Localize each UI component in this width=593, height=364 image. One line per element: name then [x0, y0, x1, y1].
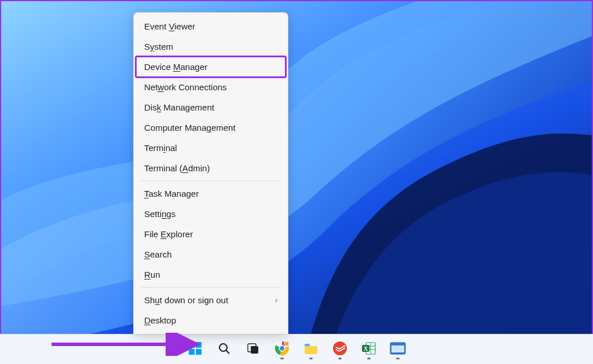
menu-search[interactable]: Search [136, 244, 285, 264]
menu-item-label: Terminal [144, 143, 177, 153]
svg-rect-14 [305, 344, 310, 346]
svg-point-13 [285, 342, 288, 345]
menu-terminal[interactable]: Terminal [136, 138, 285, 158]
menu-event-viewer[interactable]: Event Viewer [136, 16, 285, 36]
menu-device-manager[interactable]: Device Manager [136, 57, 285, 77]
menu-system[interactable]: System [136, 36, 285, 57]
excel-app[interactable]: X [357, 338, 380, 361]
menu-item-label: Computer Management [144, 123, 236, 133]
svg-rect-8 [251, 346, 258, 354]
menu-desktop[interactable]: Desktop [136, 310, 285, 330]
menu-item-label: Run [144, 270, 160, 280]
svg-text:X: X [364, 345, 368, 352]
excel-icon: X [361, 341, 376, 358]
start-button[interactable] [184, 338, 207, 361]
menu-item-label: Task Manager [144, 189, 199, 198]
menu-separator [141, 181, 281, 181]
svg-point-5 [219, 344, 227, 351]
menu-item-label: Desktop [144, 315, 176, 325]
explorer-icon [303, 341, 319, 358]
svg-rect-2 [196, 342, 202, 348]
menu-item-label: Search [144, 249, 172, 259]
menu-item-label: Event Viewer [144, 21, 195, 31]
menu-run[interactable]: Run [136, 264, 285, 285]
menu-item-label: File Explorer [144, 229, 193, 239]
menu-separator [141, 287, 281, 288]
menu-item-label: Network Connections [144, 82, 227, 92]
file-explorer-app[interactable] [299, 338, 323, 361]
taskbar: X [0, 334, 593, 364]
menu-item-label: Shut down or sign out [144, 295, 228, 305]
svg-rect-3 [189, 349, 195, 355]
run-dialog-app[interactable] [386, 338, 409, 361]
menu-item-label: Device Manager [144, 62, 207, 72]
menu-network-connections[interactable]: Network Connections [136, 77, 285, 97]
search-icon [217, 341, 231, 358]
menu-item-label: Settings [144, 209, 175, 219]
run-icon [390, 342, 406, 357]
todoist-icon [332, 341, 347, 358]
task-view-button[interactable] [241, 338, 265, 361]
svg-rect-4 [196, 349, 202, 355]
desktop-wallpaper [0, 0, 593, 364]
chevron-right-icon: › [275, 296, 277, 304]
menu-computer-management[interactable]: Computer Management [136, 117, 285, 138]
svg-line-6 [226, 350, 230, 354]
svg-point-11 [280, 346, 284, 351]
menu-task-manager[interactable]: Task Manager [136, 183, 285, 204]
winx-context-menu[interactable]: Event ViewerSystemDevice ManagerNetwork … [133, 12, 288, 334]
menu-item-label: Terminal (Admin) [144, 163, 210, 173]
todoist-app[interactable] [328, 338, 352, 361]
menu-item-label: System [144, 42, 173, 52]
menu-settings[interactable]: Settings [136, 204, 285, 224]
chrome-app[interactable] [270, 338, 294, 361]
menu-file-explorer[interactable]: File Explorer [136, 224, 285, 244]
search-button[interactable] [213, 338, 236, 361]
svg-rect-1 [189, 342, 195, 348]
windows-icon [188, 341, 203, 358]
svg-rect-23 [391, 345, 404, 352]
chrome-icon [274, 341, 290, 358]
menu-shutdown[interactable]: Shut down or sign out› [136, 290, 285, 310]
menu-item-label: Disk Management [144, 102, 214, 112]
menu-disk-management[interactable]: Disk Management [136, 97, 285, 117]
menu-terminal-admin[interactable]: Terminal (Admin) [136, 158, 285, 178]
taskview-icon [246, 341, 260, 358]
